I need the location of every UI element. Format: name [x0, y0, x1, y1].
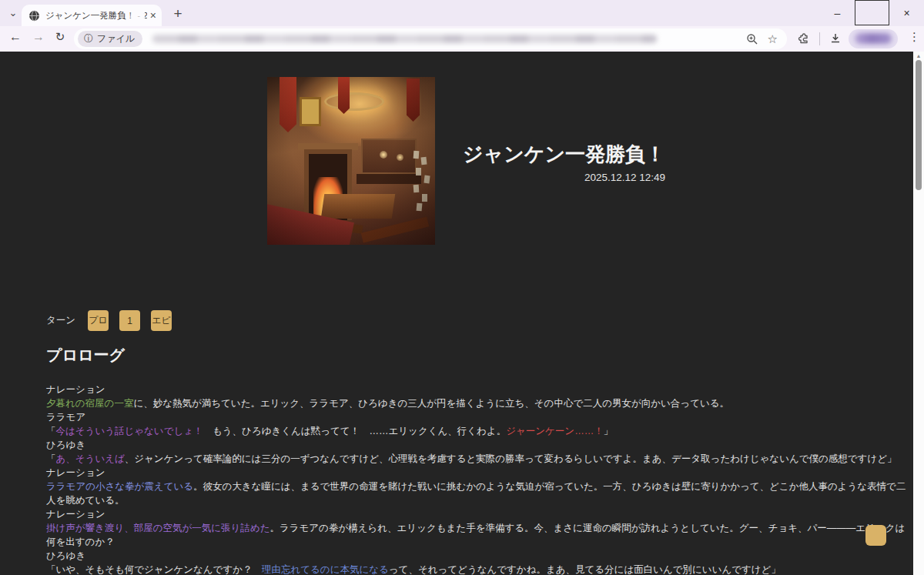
new-tab-button[interactable]: +: [169, 5, 186, 22]
log-speaker: ナレーション: [46, 383, 909, 396]
file-chip-label: ファイル: [97, 32, 135, 45]
browser-toolbar: ← → ↻ ⓘ ファイル ☆ ⋮: [0, 26, 924, 52]
plain-text: 「: [46, 453, 56, 464]
plain-text: って、それってどうなんですかね。まあ、見てる分には面白いんで別にいいんですけど」: [389, 564, 781, 575]
story-log: ナレーション夕暮れの宿屋の一室に、妙な熱気が満ちていた。エリック、ララモア、ひろ…: [46, 383, 909, 575]
maximize-icon: [855, 0, 889, 25]
close-window-button[interactable]: ×: [889, 0, 924, 25]
extensions-icon[interactable]: [797, 32, 811, 48]
highlighted-text: 掛け声が響き渡り、部屋の空気が一気に張り詰めた: [46, 523, 270, 533]
tab-strip: ⌄ ジャンケン一発勝負！ - 2025.12.1 × + – ×: [0, 0, 924, 26]
page-title: ジャンケン一発勝負！: [463, 143, 665, 166]
log-text: 「あ、そういえば、ジャンケンって確率論的には三分の一ずつなんですけど、心理戦を考…: [46, 452, 909, 466]
tab-search-button[interactable]: ⌄: [6, 7, 20, 21]
highlighted-text: 今はそういう話じゃないでしょ！: [56, 426, 203, 436]
log-text: 夕暮れの宿屋の一室に、妙な熱気が満ちていた。エリック、ララモア、ひろゆきの三人が…: [46, 396, 909, 410]
toolbar-divider: [819, 32, 820, 45]
log-entry: ひろゆき「いや、そもそも何でジャンケンなんですか？ 理由忘れてるのに本気になるっ…: [46, 549, 909, 575]
file-scheme-chip[interactable]: ⓘ ファイル: [78, 31, 142, 47]
log-entry: ナレーションララモアの小さな拳が震えている。彼女の大きな瞳には、まるで世界の命運…: [46, 466, 909, 507]
address-bar[interactable]: ⓘ ファイル ☆: [74, 28, 787, 49]
log-text: 「いや、そもそも何でジャンケンなんですか？ 理由忘れてるのに本気になるって、それ…: [46, 563, 909, 575]
turn-navigation: ターン プロ 1 エピ: [46, 310, 182, 331]
maximize-button[interactable]: [855, 0, 889, 25]
log-text: 「今はそういう話じゃないでしょ！ もう、ひろゆきくんは黙ってて！ ……エリックく…: [46, 424, 909, 438]
title-block: ジャンケン一発勝負！ 2025.12.12 12:49: [463, 77, 665, 245]
zoom-icon[interactable]: [746, 33, 758, 45]
turn-label: ターン: [46, 314, 75, 327]
tab-close-icon[interactable]: ×: [150, 10, 156, 21]
turn-button-1[interactable]: 1: [119, 310, 140, 331]
plain-text: 、ジャンケンって確率論的には三分の一ずつなんですけど、心理戦を考慮すると実際の勝…: [125, 453, 897, 464]
plain-text: もう、ひろゆきくんは黙ってて！ ……エリックくん、行くわよ。: [203, 426, 507, 436]
profile-name-redacted: [855, 33, 892, 44]
highlighted-text: 理由忘れてるのに本気になる: [262, 564, 389, 575]
page-scrollbar[interactable]: ▲: [913, 52, 924, 575]
omnibox-right-icons: ☆: [746, 32, 787, 46]
log-entry: ナレーション夕暮れの宿屋の一室に、妙な熱気が満ちていた。エリック、ララモア、ひろ…: [46, 383, 909, 410]
log-speaker: ひろゆき: [46, 438, 909, 452]
plain-text: 「: [46, 426, 56, 436]
chevron-down-icon: ⌄: [9, 7, 18, 18]
page-content: ジャンケン一発勝負！ 2025.12.12 12:49 ターン プロ 1 エピ …: [0, 52, 924, 575]
browser-window: ⌄ ジャンケン一発勝負！ - 2025.12.1 × + – × ← → ↻ ⓘ…: [0, 0, 924, 575]
highlighted-text: あ、そういえば: [56, 453, 125, 464]
scrollbar-up-arrow[interactable]: ▲: [913, 53, 924, 59]
reload-button[interactable]: ↻: [51, 30, 69, 44]
highlighted-text: ララモアの小さな拳が震えている: [46, 481, 193, 492]
highlighted-text: ジャーンケーン……！: [506, 426, 603, 436]
log-speaker: ナレーション: [46, 466, 909, 480]
globe-favicon-icon: [28, 10, 40, 22]
plain-text: 」: [604, 426, 614, 436]
back-button[interactable]: ←: [6, 30, 25, 44]
plain-text: に、妙な熱気が満ちていた。エリック、ララモア、ひろゆきの三人が円を描くように立ち…: [133, 398, 729, 409]
forward-button[interactable]: →: [29, 30, 48, 44]
profile-chip[interactable]: [849, 29, 898, 48]
log-entry: ナレーション掛け声が響き渡り、部屋の空気が一気に張り詰めた。ララモアの拳が構えら…: [46, 507, 909, 549]
log-speaker: ナレーション: [46, 507, 909, 521]
turn-button-epilogue[interactable]: エピ: [151, 310, 172, 331]
highlighted-text: 夕暮れの宿屋の一室: [46, 398, 133, 409]
window-controls: – ×: [820, 0, 924, 25]
bookmark-star-icon[interactable]: ☆: [768, 32, 778, 46]
section-title: プロローグ: [46, 345, 125, 366]
log-speaker: ひろゆき: [46, 549, 909, 563]
browser-tab[interactable]: ジャンケン一発勝負！ - 2025.12.1 ×: [22, 5, 162, 26]
scroll-top-button[interactable]: [865, 525, 886, 546]
scrollbar-thumb[interactable]: [916, 60, 922, 190]
tab-title: ジャンケン一発勝負！ - 2025.12.1: [45, 10, 147, 22]
plain-text: 「いや、そもそも何でジャンケンなんですか？: [46, 564, 262, 575]
minimize-button[interactable]: –: [820, 0, 855, 25]
turn-button-prologue[interactable]: プロ: [88, 310, 109, 331]
log-entry: ひろゆき「あ、そういえば、ジャンケンって確率論的には三分の一ずつなんですけど、心…: [46, 438, 909, 466]
tavern-illustration: [267, 77, 435, 245]
story-header: ジャンケン一発勝負！ 2025.12.12 12:49: [267, 77, 665, 245]
log-speaker: ララモア: [46, 410, 909, 424]
url-text-redacted: [152, 35, 657, 43]
menu-dots-icon[interactable]: ⋮: [909, 30, 920, 44]
log-entry: ララモア「今はそういう話じゃないでしょ！ もう、ひろゆきくんは黙ってて！ ……エ…: [46, 410, 909, 438]
info-icon: ⓘ: [84, 32, 93, 45]
page-datetime: 2025.12.12 12:49: [463, 172, 665, 183]
download-icon[interactable]: [829, 32, 842, 48]
log-text: 掛け声が響き渡り、部屋の空気が一気に張り詰めた。ララモアの拳が構えられ、エリック…: [46, 521, 909, 549]
log-text: ララモアの小さな拳が震えている。彼女の大きな瞳には、まるで世界の命運を賭けた戦い…: [46, 480, 909, 507]
